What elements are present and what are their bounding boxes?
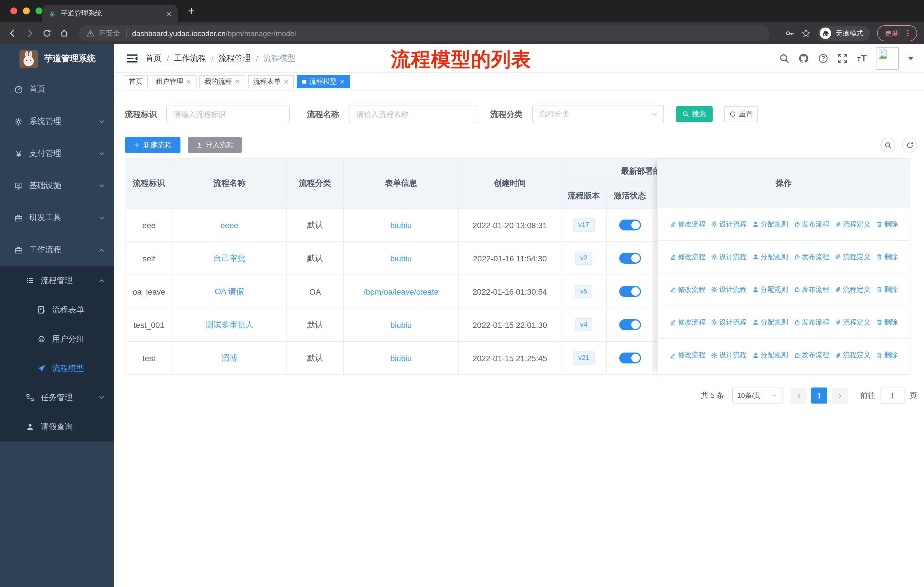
form-info-link[interactable]: /bpm/oa/leave/create [363,287,439,296]
page-number-1[interactable]: 1 [811,387,827,403]
assign-rule-link[interactable]: 分配规则 [752,252,788,262]
help-icon[interactable] [818,53,828,64]
form-info-link[interactable]: biubiu [390,354,412,362]
sidebar-item-infrastructure[interactable]: 基础设施 [0,170,114,202]
design-process-link[interactable]: 设计流程 [711,350,747,360]
sidebar-item-task-management[interactable]: 任务管理 [0,383,114,412]
modify-process-link[interactable]: 修改流程 [669,350,705,360]
sidebar-item-process-model[interactable]: 流程模型 [0,354,114,383]
tag-close-icon[interactable] [186,79,191,84]
active-toggle[interactable] [619,352,641,364]
delete-link[interactable]: 删除 [876,252,898,262]
category-select[interactable]: 流程分类 [532,105,664,123]
reload-icon[interactable] [42,29,51,38]
bookmark-star-icon[interactable] [802,29,810,38]
delete-link[interactable]: 删除 [876,284,898,294]
active-toggle[interactable] [619,286,641,297]
sidebar-collapse-icon[interactable] [127,55,137,63]
process-definition-link[interactable]: 流程定义 [834,284,870,294]
design-process-link[interactable]: 设计流程 [711,284,747,294]
delete-link[interactable]: 删除 [876,317,898,327]
browser-menu-icon[interactable] [904,29,912,37]
delete-link[interactable]: 删除 [876,350,898,360]
address-bar[interactable]: 不安全 dashboard.yudao.iocoder.cn/bpm/manag… [79,25,769,41]
active-toggle[interactable] [619,220,641,230]
tag-process-model[interactable]: 流程模型 [297,75,350,88]
tag-home[interactable]: 首页 [124,75,148,88]
minimize-window-button[interactable] [23,7,30,14]
tag-my-process[interactable]: 我的流程 [200,75,245,88]
sidebar-item-workflow[interactable]: 工作流程 [0,234,114,266]
fullscreen-icon[interactable] [838,53,848,64]
sidebar-item-system[interactable]: 系统管理 [0,106,114,137]
process-name-link[interactable]: eeee [221,220,238,230]
goto-page-input[interactable] [880,387,905,403]
sidebar-item-home[interactable]: 首页 [0,73,114,106]
new-tab-button[interactable] [187,7,195,15]
chrome-update-button[interactable]: 更新 [877,25,917,41]
sidebar-item-payment[interactable]: ¥ 支付管理 [0,137,114,170]
process-definition-link[interactable]: 流程定义 [834,350,870,360]
sidebar-item-leave-query[interactable]: 请假查询 [0,412,114,441]
search-button[interactable]: 搜索 [676,106,713,122]
close-window-button[interactable] [10,7,17,14]
form-info-link[interactable]: biubiu [390,220,412,230]
font-size-icon[interactable]: TT [857,53,867,64]
avatar-caret-icon[interactable] [908,57,914,60]
process-definition-link[interactable]: 流程定义 [834,219,870,229]
process-key-input[interactable] [166,105,290,123]
design-process-link[interactable]: 设计流程 [711,317,747,327]
form-info-link[interactable]: biubiu [390,254,412,263]
tab-close-icon[interactable] [166,11,172,17]
active-toggle[interactable] [619,253,641,264]
process-name-link[interactable]: 自己审批 [213,253,246,263]
publish-process-link[interactable]: 发布流程 [793,317,829,327]
process-name-input[interactable] [349,105,478,123]
sidebar-item-devtools[interactable]: 研发工具 [0,202,114,234]
process-name-link[interactable]: 测试多审批人 [205,319,254,330]
next-page-button[interactable] [832,387,848,403]
assign-rule-link[interactable]: 分配规则 [752,350,788,360]
refresh-table-button[interactable] [902,137,917,152]
delete-link[interactable]: 删除 [876,219,898,229]
github-icon[interactable] [799,53,809,64]
assign-rule-link[interactable]: 分配规则 [752,284,788,294]
reset-button[interactable]: 重置 [724,106,758,122]
back-icon[interactable] [8,29,17,38]
process-name-link[interactable]: OA 请假 [215,286,244,297]
breadcrumb-home[interactable]: 首页 [145,53,162,64]
modify-process-link[interactable]: 修改流程 [669,219,705,229]
breadcrumb-workflow[interactable]: 工作流程 [174,53,206,64]
process-name-link[interactable]: 滔博 [221,353,238,363]
page-size-select[interactable]: 10条/页 [732,387,782,403]
import-process-button[interactable]: 导入流程 [188,137,242,153]
tag-tenant[interactable]: 租户管理 [151,75,196,88]
tag-close-icon[interactable] [284,79,289,84]
zoom-window-button[interactable] [36,7,42,14]
modify-process-link[interactable]: 修改流程 [669,284,705,294]
process-definition-link[interactable]: 流程定义 [834,317,870,327]
publish-process-link[interactable]: 发布流程 [793,350,829,360]
browser-tab[interactable]: 芋道管理系统 [42,5,178,22]
search-icon[interactable] [779,53,789,64]
active-toggle[interactable] [619,319,641,330]
breadcrumb-process-management[interactable]: 流程管理 [219,53,251,64]
modify-process-link[interactable]: 修改流程 [669,317,705,327]
assign-rule-link[interactable]: 分配规则 [752,219,788,229]
publish-process-link[interactable]: 发布流程 [793,284,829,294]
password-key-icon[interactable] [785,29,795,38]
tag-close-icon[interactable] [235,79,240,84]
show-search-toggle-button[interactable] [881,137,895,152]
tag-process-form[interactable]: 流程表单 [248,75,294,88]
modify-process-link[interactable]: 修改流程 [669,252,705,262]
publish-process-link[interactable]: 发布流程 [793,219,829,229]
avatar[interactable] [876,47,899,70]
design-process-link[interactable]: 设计流程 [711,219,747,229]
design-process-link[interactable]: 设计流程 [711,252,747,262]
tag-close-icon[interactable] [340,79,345,84]
assign-rule-link[interactable]: 分配规则 [752,317,788,327]
sidebar-item-process-management[interactable]: 流程管理 [0,266,114,295]
sidebar-item-process-form[interactable]: 流程表单 [0,295,114,324]
create-process-button[interactable]: 新建流程 [125,137,180,153]
home-icon[interactable] [59,29,69,38]
